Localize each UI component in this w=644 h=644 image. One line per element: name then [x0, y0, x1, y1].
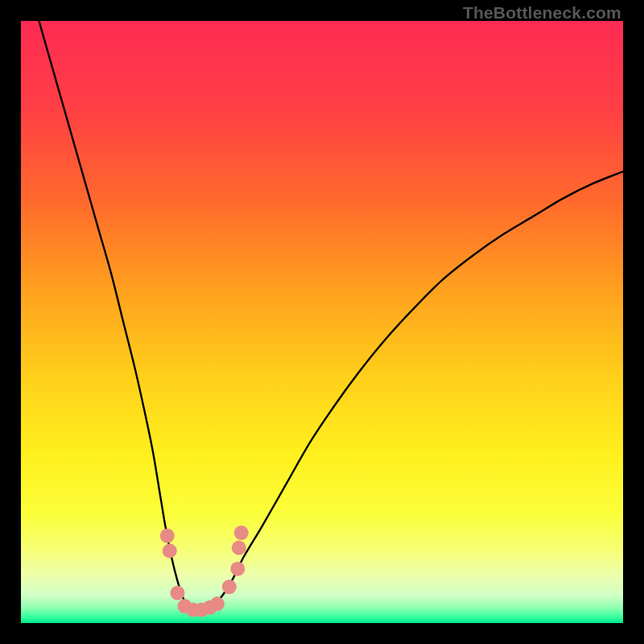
gradient-bg	[21, 21, 623, 623]
data-marker	[234, 526, 249, 540]
data-marker	[232, 541, 246, 555]
data-marker	[230, 562, 245, 576]
data-marker	[210, 597, 225, 611]
data-marker	[160, 529, 175, 543]
data-marker	[163, 543, 177, 558]
plot-area	[21, 21, 623, 623]
chart-frame: TheBottleneck.com	[0, 0, 644, 644]
data-marker	[222, 580, 237, 594]
data-marker	[170, 586, 184, 601]
chart-svg	[21, 21, 623, 623]
watermark-text: TheBottleneck.com	[463, 3, 621, 23]
